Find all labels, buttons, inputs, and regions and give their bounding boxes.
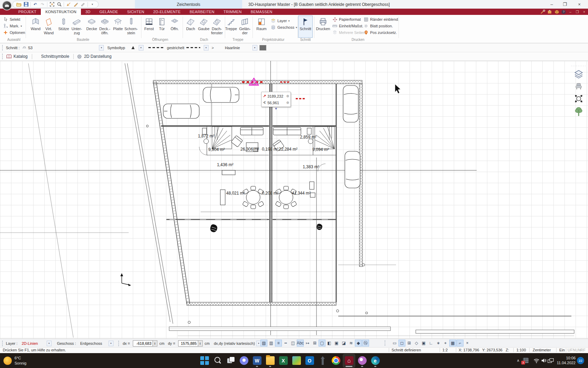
qat-more-icon[interactable]: ▾	[90, 2, 95, 7]
decke-button[interactable]: Decke	[85, 16, 98, 38]
ribbon-tab-3d[interactable]: 3D	[81, 9, 95, 15]
state-value[interactable]: Ein	[559, 348, 565, 352]
context-tab-zeichentools[interactable]: Zeichentools	[135, 0, 242, 9]
status-tool-icon[interactable]: ◆	[355, 340, 362, 347]
taskbar-paint-button[interactable]	[356, 354, 368, 367]
dx-input[interactable]	[133, 340, 153, 347]
drag-handle[interactable]	[2, 54, 3, 59]
raum-button[interactable]: Raum	[255, 16, 268, 38]
wand-button[interactable]: Wand	[29, 16, 42, 38]
unit-value[interactable]: Zentimeter	[533, 348, 551, 352]
dachfenster-button[interactable]: Dach- fenster	[210, 16, 223, 38]
drag-handle[interactable]	[2, 341, 3, 346]
move-tool-button[interactable]	[574, 94, 584, 104]
geschoss-value[interactable]: Erdgeschoss	[80, 341, 109, 345]
status-tool-icon[interactable]: ⌐	[457, 340, 463, 347]
layer-button[interactable]: Layer▾	[270, 18, 297, 24]
status-tool-icon[interactable]: ▢	[319, 340, 325, 347]
geschoss-button[interactable]: Geschoss▾	[270, 24, 297, 30]
tray-app-icon[interactable]: 3	[523, 358, 529, 363]
ribbon-tab-sichten[interactable]: SICHTEN	[122, 9, 149, 15]
darstellung-button[interactable]: 2D Darstellung	[84, 54, 111, 59]
status-tool-icon[interactable]: ▥	[268, 340, 275, 347]
tree-tool-button[interactable]	[574, 107, 583, 117]
ribbon-tab-projekt[interactable]: PROJEKT	[14, 9, 41, 15]
open-folder-icon[interactable]	[16, 2, 21, 7]
status-tool-icon[interactable]: ◻	[398, 340, 405, 347]
taskbar-outlook-button[interactable]: O	[304, 354, 315, 367]
draw-icon[interactable]	[73, 2, 79, 7]
taskbar-word-button[interactable]: W	[251, 354, 263, 367]
taskbar-hausplaner-button[interactable]: ⌂	[343, 354, 355, 367]
unterzug-button[interactable]: Unter- zug	[70, 16, 83, 38]
ribbon-tab-trimmen[interactable]: TRIMMEN	[219, 9, 246, 15]
taskbar-search-button[interactable]	[212, 354, 223, 367]
drag-handle[interactable]	[2, 45, 3, 51]
expand-chevron-icon[interactable]: ▼	[275, 107, 278, 110]
ribbon-tab-bearbeiten[interactable]: BEARBEITEN	[185, 9, 219, 15]
status-tool-icon[interactable]: ◫	[290, 340, 296, 347]
schnitt-dropdown[interactable]: ▾	[99, 45, 104, 51]
status-tool-icon[interactable]: ⌖	[442, 340, 449, 347]
status-tool-icon[interactable]: ⊞	[311, 340, 318, 347]
symboltyp-dropdown[interactable]: ▾	[139, 45, 144, 51]
drag-handle[interactable]	[118, 341, 119, 346]
taskbar-explorer-button[interactable]	[264, 354, 276, 367]
dx-stepper[interactable]: ▲▼	[153, 340, 157, 347]
oeffnung-button[interactable]: Öffn.	[168, 16, 181, 38]
floorplan-canvas[interactable]: 1,872 m² 9,904 m² 26,306 m² 0,198 m² 22,…	[0, 61, 588, 339]
drucken-button[interactable]: Drucken	[315, 16, 331, 38]
status-tool-icon[interactable]: Ⓝ	[362, 340, 369, 347]
package-icon[interactable]	[547, 10, 552, 14]
status-tool-icon[interactable]: ∟	[428, 340, 434, 347]
restore-button[interactable]: ❐	[560, 0, 570, 9]
close-button[interactable]: ×	[574, 0, 585, 9]
notification-count-badge[interactable]: 22	[577, 357, 584, 364]
clock[interactable]: 10:06 11.04.2022	[555, 353, 576, 368]
status-tool-icon[interactable]: ▣	[333, 340, 340, 347]
gelaender-button[interactable]: Gelän- der	[238, 16, 252, 38]
taskbar-edge-button[interactable]: e	[369, 354, 381, 367]
status-tool-icon[interactable]: ◇	[413, 340, 420, 347]
angle-value[interactable]: 56,961	[267, 101, 279, 105]
stuetze-button[interactable]: Stütze	[57, 16, 70, 38]
drag-handle-dots[interactable]: ·········	[571, 65, 587, 66]
status-tool-icon[interactable]: ▣	[420, 340, 427, 347]
status-tool-icon[interactable]: ↦	[304, 340, 311, 347]
taskbar-photos-button[interactable]	[291, 354, 302, 367]
measure-icon[interactable]	[66, 2, 71, 7]
ribbon-close-icon[interactable]: ×	[582, 10, 587, 14]
status-tool-icon[interactable]: ◧	[326, 340, 333, 347]
taskbar-chrome-button[interactable]	[330, 354, 342, 367]
pos-zuruecksetzen-button[interactable]: Pos zurücksetz.	[363, 29, 399, 36]
dy-stepper[interactable]: ▲▼	[198, 340, 203, 347]
status-tool-icon[interactable]: ╍	[282, 340, 289, 347]
app-logo[interactable]	[2, 1, 12, 10]
ribbon-tab-bemassen[interactable]: BEMASSEN	[246, 9, 277, 15]
fenster-button[interactable]: Fenst	[143, 16, 156, 38]
schnitt-button[interactable]: Schnitt	[298, 16, 313, 38]
taskbar-start-button[interactable]	[199, 354, 210, 367]
save-icon[interactable]	[23, 2, 29, 7]
layer-value[interactable]: 2D-Linien	[22, 341, 47, 345]
taskbar-app-button[interactable]	[317, 354, 329, 367]
layer-dropdown[interactable]: ▾	[47, 341, 52, 346]
wifi-icon[interactable]	[533, 353, 540, 368]
undo-icon[interactable]: ↶	[33, 2, 38, 7]
status-tool-icon[interactable]: ≡	[275, 340, 282, 347]
pen-icon[interactable]	[80, 2, 86, 7]
dach-button[interactable]: Dach	[184, 16, 197, 38]
schornstein-button[interactable]: Schorn- stein	[125, 16, 138, 38]
help-icon[interactable]: ?	[561, 10, 566, 14]
zoom-icon[interactable]	[56, 2, 62, 7]
volume-icon[interactable]	[540, 353, 547, 368]
papierformat-button[interactable]: Papierformat	[332, 16, 365, 23]
einheit-massstab-button[interactable]: Einheit/Maßst.	[332, 23, 365, 29]
tools-icon[interactable]	[540, 10, 545, 14]
distance-value[interactable]: 3189,232	[267, 94, 283, 98]
layers-tool-button[interactable]	[573, 70, 584, 79]
ribbon-restore-icon[interactable]: ❐	[575, 10, 580, 14]
taskbar-taskview-button[interactable]	[225, 354, 237, 367]
status-tool-icon[interactable]: ≋	[348, 340, 355, 347]
treppe-button[interactable]: Treppe	[224, 16, 238, 38]
